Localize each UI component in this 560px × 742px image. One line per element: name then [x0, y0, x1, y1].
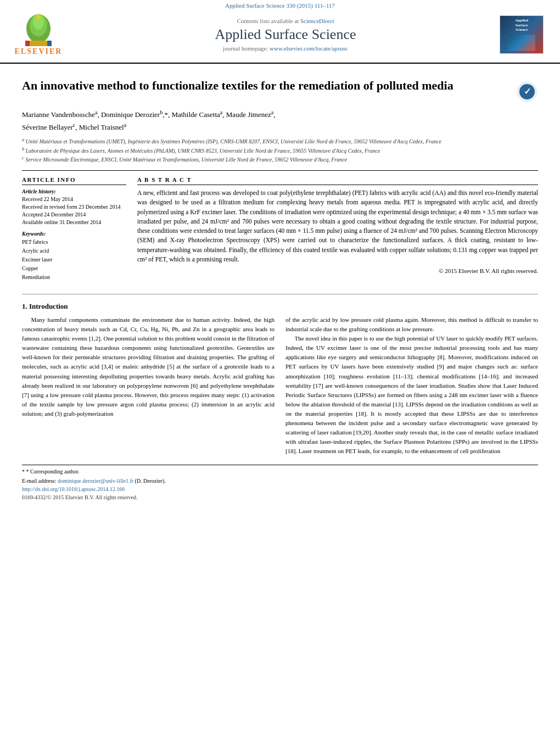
intro-para-1: Many harmful components contaminate the …	[22, 315, 275, 419]
section-title: 1. Introduction	[22, 302, 538, 311]
page-container: Applied Surface Science 330 (2015) 111–1…	[0, 0, 560, 742]
crossmark-logo: ✓	[516, 81, 538, 103]
elsevier-logo: ELSEVIER	[5, 13, 71, 56]
abstract-label: A B S T R A C T	[137, 176, 538, 185]
header-content: ELSEVIER Contents lists available at Sci…	[0, 10, 560, 59]
article-info-label: ARTICLE INFO	[22, 176, 126, 185]
journal-reference-bar: Applied Surface Science 330 (2015) 111–1…	[0, 0, 560, 10]
journal-header: Applied Surface Science 330 (2015) 111–1…	[0, 0, 560, 64]
elsevier-tree-icon	[16, 13, 60, 46]
abstract-text: A new, efficient and fast process was de…	[137, 188, 538, 264]
issn-line: 0169-4332/© 2015 Elsevier B.V. All right…	[22, 493, 538, 501]
doi-url[interactable]: http://dx.doi.org/10.1016/j.apsusc.2014.…	[22, 486, 125, 492]
affiliations: a Unité Matériaux et Transformations (UM…	[22, 137, 538, 164]
intro-col-right: of the acrylic acid by low pressure cold…	[285, 315, 538, 456]
divider-1	[22, 170, 538, 171]
copyright-line: © 2015 Elsevier B.V. All rights reserved…	[137, 267, 538, 274]
corresponding-email[interactable]: dominique.derozier@univ-lille1.fr	[58, 478, 133, 484]
affiliation-c: c Service Microsonde Électronique, ENSCI…	[22, 155, 538, 164]
doi-link: http://dx.doi.org/10.1016/j.apsusc.2014.…	[22, 485, 538, 493]
authors-line: Marianne Vandenbosschea, Dominique Deroz…	[22, 108, 538, 133]
svg-text:✓: ✓	[524, 87, 531, 96]
corresponding-note: * * Corresponding author.	[22, 467, 538, 476]
intro-para-2: of the acrylic acid by low pressure cold…	[285, 315, 538, 334]
intro-col-left: Many harmful components contaminate the …	[22, 315, 275, 456]
article-body: ARTICLE INFO Article history: Received 2…	[22, 176, 538, 286]
svg-rect-8	[47, 41, 52, 46]
abstract-column: A B S T R A C T A new, efficient and fas…	[137, 176, 538, 286]
received-date: Received 22 May 2014 Received in revised…	[22, 196, 126, 226]
elsevier-brand-text: ELSEVIER	[15, 47, 63, 56]
introduction-columns: Many harmful components contaminate the …	[22, 315, 538, 456]
history-label: Article history:	[22, 188, 126, 194]
section-divider	[22, 294, 538, 294]
affiliation-a: a Unité Matériaux et Transformations (UM…	[22, 137, 538, 146]
keywords-label: Keywords:	[22, 231, 126, 237]
journal-title: Applied Surface Science	[71, 26, 500, 43]
journal-title-center: Contents lists available at ScienceDirec…	[71, 18, 500, 52]
sciencedirect-link[interactable]: ScienceDirect	[300, 18, 334, 24]
journal-reference: Applied Surface Science 330 (2015) 111–1…	[225, 2, 335, 9]
svg-rect-7	[25, 41, 30, 46]
keywords-section: Keywords: PET fabrics Acrylic acid Excim…	[22, 231, 126, 282]
email-note: E-mail address: dominique.derozier@univ-…	[22, 477, 538, 485]
footer-notes: * * Corresponding author. E-mail address…	[22, 465, 538, 501]
journal-logo-right: AppliedSurfaceScience	[500, 15, 544, 54]
contents-line: Contents lists available at ScienceDirec…	[71, 18, 500, 24]
affiliation-b: b Laboratoire de Physique des Lasers, At…	[22, 146, 538, 155]
intro-para-3: The novel idea in this paper is to use t…	[285, 334, 538, 456]
article-info-column: ARTICLE INFO Article history: Received 2…	[22, 176, 126, 286]
article-title: An innovative method to functionalize te…	[22, 78, 505, 94]
journal-url[interactable]: www.elsevier.com/locate/apsusc	[270, 45, 348, 52]
introduction-section: 1. Introduction Many harmful components …	[22, 302, 538, 456]
keywords-list: PET fabrics Acrylic acid Excimer laser C…	[22, 238, 126, 282]
article-history: Article history: Received 22 May 2014 Re…	[22, 188, 126, 226]
article-title-section: An innovative method to functionalize te…	[22, 78, 538, 103]
main-content: An innovative method to functionalize te…	[0, 64, 560, 512]
journal-homepage: journal homepage: www.elsevier.com/locat…	[71, 45, 500, 52]
